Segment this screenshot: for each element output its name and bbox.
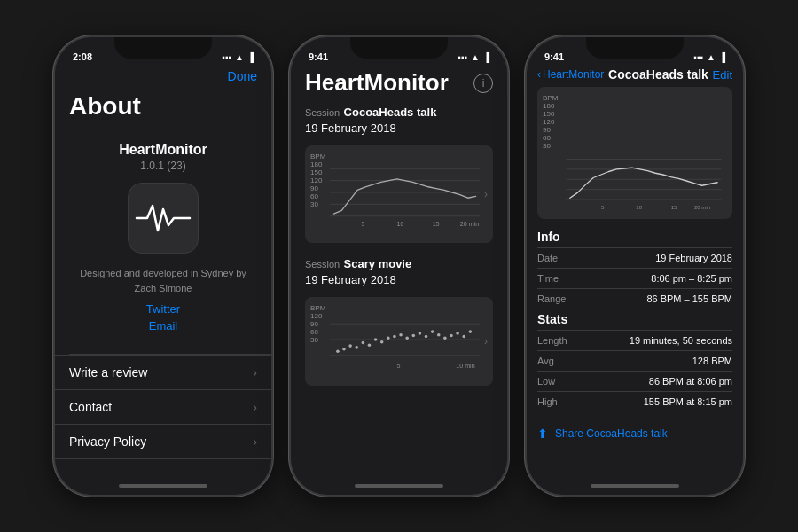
- back-button[interactable]: ‹ HeartMonitor: [537, 68, 604, 81]
- svg-text:5: 5: [362, 221, 365, 228]
- stats-row-high: High 155 BPM at 8:15 pm: [537, 391, 732, 411]
- home-indicator-3: [527, 477, 743, 495]
- range-label: Range: [537, 293, 582, 304]
- battery-icon: ▐: [247, 52, 254, 62]
- app-links: Twitter Email: [146, 302, 180, 332]
- detail-chart: BPM180150120906030 5 10 15 20 min: [537, 87, 732, 219]
- app-section: HeartMonitor 1.0.1 (23) Designed and dev…: [55, 135, 271, 347]
- about-list: Write a review › Contact › Privacy Polic…: [55, 354, 271, 477]
- detail-nav: ‹ HeartMonitor CocoaHeads talk Edit: [527, 66, 743, 87]
- twitter-link[interactable]: Twitter: [146, 302, 180, 316]
- svg-point-27: [431, 330, 434, 333]
- app-icon: [128, 183, 199, 254]
- stats-section: Stats Length 19 minutes, 50 seconds Avg …: [527, 309, 743, 411]
- wifi-icon-3: ▲: [707, 52, 716, 62]
- svg-text:10 min: 10 min: [456, 363, 474, 370]
- svg-point-32: [462, 335, 466, 339]
- stats-row-length: Length 19 minutes, 50 seconds: [537, 330, 732, 350]
- chevron-icon-chart2: ›: [484, 335, 488, 348]
- svg-point-15: [355, 346, 358, 349]
- phone1-nav: Done: [55, 66, 271, 89]
- chart-2[interactable]: BPM120906030: [305, 297, 493, 386]
- svg-text:10: 10: [636, 204, 642, 210]
- status-bar-2: 9:41 ▪▪▪ ▲ ▐: [291, 37, 507, 66]
- info-button[interactable]: i: [473, 74, 493, 93]
- about-title: About: [55, 89, 271, 135]
- svg-text:5: 5: [601, 204, 605, 210]
- svg-text:15: 15: [671, 204, 677, 210]
- svg-text:15: 15: [433, 221, 440, 228]
- session-name-1: CocoaHeads talk: [344, 106, 437, 119]
- privacy-label: Privacy Policy: [69, 434, 146, 449]
- svg-point-25: [419, 332, 422, 335]
- info-section-title: Info: [537, 226, 732, 247]
- info-section: Info Date 19 February 2018 Time 8:06 pm …: [527, 226, 743, 309]
- svg-point-16: [362, 341, 365, 345]
- phone-2: 9:41 ▪▪▪ ▲ ▐ HeartMonitor i Session Coco…: [289, 35, 509, 497]
- svg-text:20 min: 20 min: [460, 221, 479, 228]
- avg-value: 128 BPM: [692, 356, 732, 366]
- svg-point-20: [387, 336, 390, 340]
- list-item-contact[interactable]: Contact ›: [55, 389, 271, 424]
- svg-point-28: [437, 333, 441, 337]
- review-label: Write a review: [69, 365, 147, 379]
- range-value: 86 BPM – 155 BPM: [646, 293, 732, 304]
- info-row-range: Range 86 BPM – 155 BPM: [537, 288, 732, 309]
- app-name: HeartMonitor: [119, 142, 207, 158]
- stats-row-low: Low 86 BPM at 8:06 pm: [537, 371, 732, 391]
- chevron-icon-review: ›: [253, 365, 257, 379]
- battery-icon-3: ▐: [719, 52, 725, 62]
- svg-point-18: [374, 338, 378, 341]
- session-date-2: 19 February 2018: [305, 273, 493, 286]
- status-icons-2: ▪▪▪ ▲ ▐: [458, 52, 489, 62]
- low-value: 86 BPM at 8:06 pm: [649, 376, 732, 387]
- svg-point-14: [348, 344, 352, 348]
- svg-text:5: 5: [397, 363, 401, 370]
- signal-icon-3: ▪▪▪: [693, 52, 703, 62]
- status-icons-1: ▪▪▪ ▲ ▐: [222, 52, 254, 62]
- session-name-2: Scary movie: [344, 257, 412, 270]
- share-button[interactable]: ⬆ Share CocoaHeads talk: [537, 419, 732, 448]
- share-label: Share CocoaHeads talk: [555, 427, 668, 440]
- bpm-label-1: BPM180150120906030: [310, 153, 325, 208]
- time-label: Time: [537, 273, 582, 284]
- edit-button[interactable]: Edit: [713, 68, 732, 82]
- svg-point-13: [342, 348, 346, 351]
- svg-point-23: [405, 336, 409, 340]
- list-item-privacy[interactable]: Privacy Policy ›: [55, 424, 271, 459]
- detail-title: CocoaHeads talk: [608, 67, 708, 82]
- svg-point-19: [380, 340, 384, 344]
- wifi-icon-2: ▲: [471, 52, 480, 62]
- low-label: Low: [537, 376, 582, 387]
- heartmonitor-title: HeartMonitor: [305, 69, 449, 97]
- svg-point-22: [399, 333, 403, 337]
- done-button[interactable]: Done: [228, 69, 257, 83]
- back-label: HeartMonitor: [543, 68, 604, 81]
- length-label: Length: [537, 335, 582, 346]
- status-bar-1: 2:08 ▪▪▪ ▲ ▐: [55, 37, 271, 66]
- chevron-icon-chart1: ›: [484, 188, 488, 200]
- svg-point-31: [456, 332, 459, 335]
- info-row-date: Date 19 February 2018: [537, 247, 732, 268]
- svg-text:10: 10: [397, 221, 404, 228]
- status-bar-3: 9:41 ▪▪▪ ▲ ▐: [527, 37, 743, 66]
- detail-bpm-label: BPM180150120906030: [543, 94, 727, 150]
- length-value: 19 minutes, 50 seconds: [630, 335, 732, 346]
- session-card-2: Session Scary movie 19 February 2018: [291, 255, 507, 286]
- home-indicator-2: [291, 477, 507, 495]
- bpm-label-2: BPM120906030: [310, 304, 325, 344]
- email-link[interactable]: Email: [149, 319, 178, 332]
- high-label: High: [537, 396, 582, 407]
- svg-point-26: [425, 335, 428, 339]
- high-value: 155 BPM at 8:15 pm: [644, 396, 732, 407]
- phone-1: 2:08 ▪▪▪ ▲ ▐ Done About HeartMonitor 1.0…: [53, 35, 273, 497]
- info-row-time: Time 8:06 pm – 8:25 pm: [537, 268, 732, 288]
- list-item-review[interactable]: Write a review ›: [55, 355, 271, 389]
- avg-label: Avg: [537, 356, 582, 366]
- stats-section-title: Stats: [537, 309, 732, 330]
- phone-3: 9:41 ▪▪▪ ▲ ▐ ‹ HeartMonitor CocoaHeads t…: [525, 35, 745, 497]
- svg-point-21: [393, 335, 396, 339]
- chart-1[interactable]: BPM180150120906030 5 10 15: [305, 145, 493, 243]
- svg-text:20 min: 20 min: [694, 204, 710, 210]
- svg-point-12: [336, 350, 340, 354]
